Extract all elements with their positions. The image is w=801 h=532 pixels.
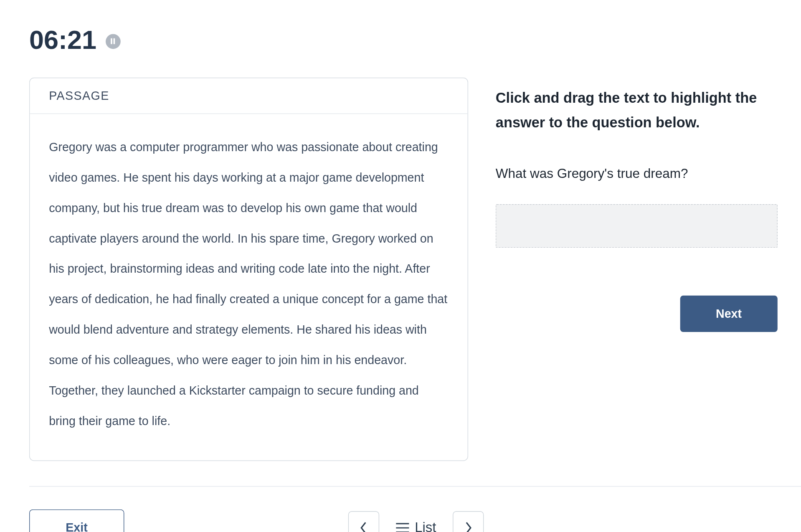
main-content: PASSAGE Gregory was a computer programme… <box>29 78 801 461</box>
divider <box>29 486 801 486</box>
list-label: List <box>415 519 436 532</box>
timer: 06:21 <box>29 25 96 55</box>
passage-card: PASSAGE Gregory was a computer programme… <box>29 78 468 461</box>
next-button[interactable]: Next <box>680 295 778 332</box>
list-icon <box>395 522 408 532</box>
next-nav-button[interactable] <box>453 511 484 532</box>
instruction-text: Click and drag the text to highlight the… <box>496 86 801 135</box>
chevron-left-icon <box>359 521 368 532</box>
footer: Exit List <box>29 509 801 532</box>
question-panel: Click and drag the text to highlight the… <box>496 78 801 461</box>
header: 06:21 <box>29 25 801 55</box>
list-button[interactable]: List <box>391 519 441 532</box>
passage-text[interactable]: Gregory was a computer programmer who wa… <box>30 114 467 460</box>
answer-drop-area[interactable] <box>496 204 778 247</box>
svg-rect-0 <box>111 38 112 44</box>
exit-button[interactable]: Exit <box>29 509 124 532</box>
prev-button[interactable] <box>348 511 379 532</box>
nav-group: List <box>348 511 484 532</box>
pause-button[interactable] <box>105 34 120 49</box>
svg-rect-1 <box>114 38 115 44</box>
passage-label: PASSAGE <box>30 78 467 114</box>
question-text: What was Gregory's true dream? <box>496 166 801 181</box>
chevron-right-icon <box>464 521 473 532</box>
pause-icon <box>110 38 116 44</box>
